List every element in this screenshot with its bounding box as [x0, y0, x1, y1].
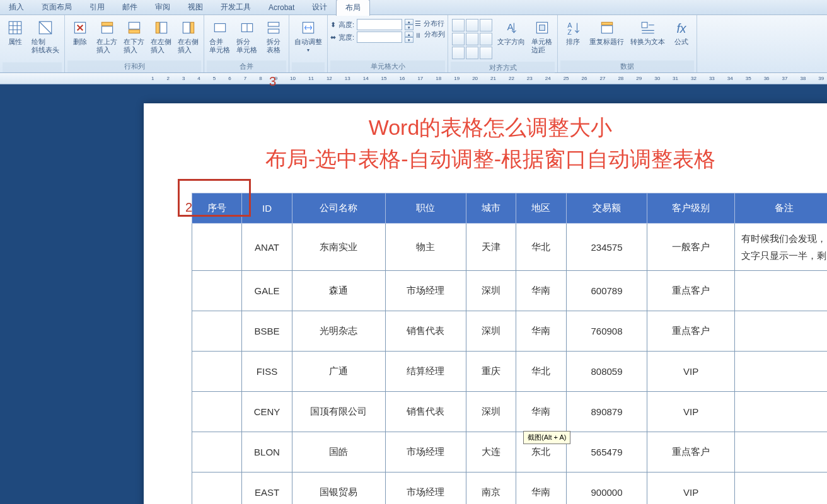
table-cell[interactable]: 深圳 — [466, 311, 516, 352]
table-row[interactable]: GALE森通市场经理深圳华南600789重点客户 — [192, 271, 828, 311]
table-cell[interactable] — [734, 432, 827, 472]
table-cell[interactable]: 深圳 — [466, 271, 516, 311]
table-cell[interactable] — [192, 311, 242, 352]
table-cell[interactable]: 国顶有限公司 — [292, 392, 385, 432]
table-cell[interactable] — [734, 271, 827, 311]
table-cell[interactable]: VIP — [647, 352, 734, 392]
table-header[interactable]: 地区 — [516, 193, 566, 224]
tab-view[interactable]: 视图 — [179, 0, 212, 15]
table-cell[interactable]: CENY — [242, 392, 292, 432]
tab-insert[interactable]: 插入 — [0, 0, 33, 15]
table-cell[interactable]: 重点客户 — [647, 271, 734, 311]
table-cell[interactable]: BSBE — [242, 311, 292, 352]
height-spinner[interactable]: ▴▾ — [405, 19, 414, 30]
draw-diagonal-button[interactable]: 绘制 斜线表头 — [29, 16, 62, 55]
table-cell[interactable] — [734, 392, 827, 432]
tab-review[interactable]: 审阅 — [146, 0, 179, 15]
table-cell[interactable]: 华南 — [516, 271, 566, 311]
table-cell[interactable]: GALE — [242, 271, 292, 311]
table-cell[interactable]: 国皓 — [292, 432, 385, 472]
tab-design[interactable]: 设计 — [303, 0, 336, 15]
table-row[interactable]: CENY国顶有限公司销售代表深圳华南890879VIP — [192, 392, 828, 432]
table-header[interactable]: 交易额 — [566, 193, 647, 224]
table-row[interactable]: FISS广通结算经理重庆华北808059VIP — [192, 352, 828, 392]
table-cell[interactable]: 天津 — [466, 224, 516, 271]
table-cell[interactable]: 华南 — [516, 392, 566, 432]
repeat-header-button[interactable]: 重复标题行 — [587, 16, 627, 47]
table-cell[interactable]: FISS — [242, 352, 292, 392]
table-cell[interactable]: 东南实业 — [292, 224, 385, 271]
text-direction-button[interactable]: A文字方向 — [495, 16, 528, 47]
tab-mailings[interactable]: 邮件 — [113, 0, 146, 15]
height-input[interactable] — [357, 19, 402, 30]
table-row[interactable]: EAST国银贸易市场经理南京华南900000VIP — [192, 472, 828, 505]
sort-button[interactable]: AZ排序 — [560, 16, 586, 47]
tab-developer[interactable]: 开发工具 — [212, 0, 260, 15]
tab-pagelayout[interactable]: 页面布局 — [33, 0, 81, 15]
table-cell[interactable] — [734, 472, 827, 505]
table-cell[interactable]: 760908 — [566, 311, 647, 352]
table-cell[interactable] — [192, 352, 242, 392]
table-cell[interactable]: 华北 — [516, 352, 566, 392]
distribute-cols-button[interactable]: ⫼分布列 — [415, 30, 445, 39]
tab-layout[interactable]: 布局 — [336, 0, 370, 16]
table-cell[interactable] — [192, 432, 242, 472]
table-cell[interactable]: BLON — [242, 432, 292, 472]
horizontal-ruler[interactable]: 1234567891011121314151617181920212223242… — [0, 73, 827, 84]
insert-above-button[interactable]: 在上方 插入 — [94, 16, 120, 55]
table-cell[interactable]: 物主 — [385, 224, 466, 271]
tab-references[interactable]: 引用 — [81, 0, 113, 15]
table-cell[interactable]: 808059 — [566, 352, 647, 392]
width-input[interactable] — [357, 32, 402, 43]
table-row[interactable]: ANAT东南实业物主天津华北234575一般客户有时候我们会发现，文字只显示一半… — [192, 224, 828, 271]
table-cell[interactable]: 有时候我们会发现，文字只显示一半，剩 — [734, 224, 827, 271]
table-cell[interactable]: 市场经理 — [385, 472, 466, 505]
table-row[interactable]: BLON国皓市场经理大连东北565479重点客户 — [192, 432, 828, 472]
table-cell[interactable]: 234575 — [566, 224, 647, 271]
document-page[interactable]: Word的表格怎么调整大小 布局-选中表格-自动调整-根据窗口自动调整表格 序号… — [144, 103, 827, 504]
table-cell[interactable]: 销售代表 — [385, 392, 466, 432]
table-cell[interactable]: EAST — [242, 472, 292, 505]
table-header[interactable]: 客户级别 — [647, 193, 734, 224]
table-cell[interactable]: 华南 — [516, 472, 566, 505]
table-cell[interactable]: 南京 — [466, 472, 516, 505]
table-cell[interactable]: VIP — [647, 392, 734, 432]
table-header[interactable]: 职位 — [385, 193, 466, 224]
table-cell[interactable]: 森通 — [292, 271, 385, 311]
table-header[interactable]: ID — [242, 193, 292, 224]
table-cell[interactable] — [192, 472, 242, 505]
insert-right-button[interactable]: 在右侧 插入 — [175, 16, 201, 55]
table-header[interactable]: 城市 — [466, 193, 516, 224]
autofit-button[interactable]: 自动调整▾ — [292, 16, 325, 55]
table-cell[interactable] — [734, 352, 827, 392]
table-row[interactable]: BSBE光明杂志销售代表深圳华南760908重点客户 — [192, 311, 828, 352]
cell-margins-button[interactable]: 单元格 边距 — [529, 16, 555, 55]
table-cell[interactable]: ANAT — [242, 224, 292, 271]
table-cell[interactable]: 大连 — [466, 432, 516, 472]
table-cell[interactable] — [192, 392, 242, 432]
merge-cells-button[interactable]: 合并 单元格 — [207, 16, 233, 55]
table-cell[interactable]: 600789 — [566, 271, 647, 311]
table-cell[interactable]: 结算经理 — [385, 352, 466, 392]
table-cell[interactable]: 重点客户 — [647, 432, 734, 472]
split-cells-button[interactable]: 拆分 单元格 — [234, 16, 260, 55]
table-header[interactable]: 公司名称 — [292, 193, 385, 224]
table-cell[interactable]: VIP — [647, 472, 734, 505]
insert-below-button[interactable]: 在下方 插入 — [121, 16, 147, 55]
table-cell[interactable]: 565479 — [566, 432, 647, 472]
table-cell[interactable]: 国银贸易 — [292, 472, 385, 505]
table-cell[interactable]: 销售代表 — [385, 311, 466, 352]
table-cell[interactable]: 华北 — [516, 224, 566, 271]
table-cell[interactable]: 重点客户 — [647, 311, 734, 352]
table-cell[interactable]: 光明杂志 — [292, 311, 385, 352]
table-cell[interactable] — [192, 271, 242, 311]
table-header[interactable]: 序号 — [192, 193, 242, 224]
table-cell[interactable]: 市场经理 — [385, 271, 466, 311]
width-spinner[interactable]: ▴▾ — [405, 32, 414, 43]
tab-acrobat[interactable]: Acrobat — [260, 1, 303, 14]
table-cell[interactable]: 900000 — [566, 472, 647, 505]
distribute-rows-button[interactable]: ☰分布行 — [415, 19, 445, 28]
table-cell[interactable]: 广通 — [292, 352, 385, 392]
alignment-grid[interactable] — [452, 19, 492, 59]
table-cell[interactable]: 890879 — [566, 392, 647, 432]
